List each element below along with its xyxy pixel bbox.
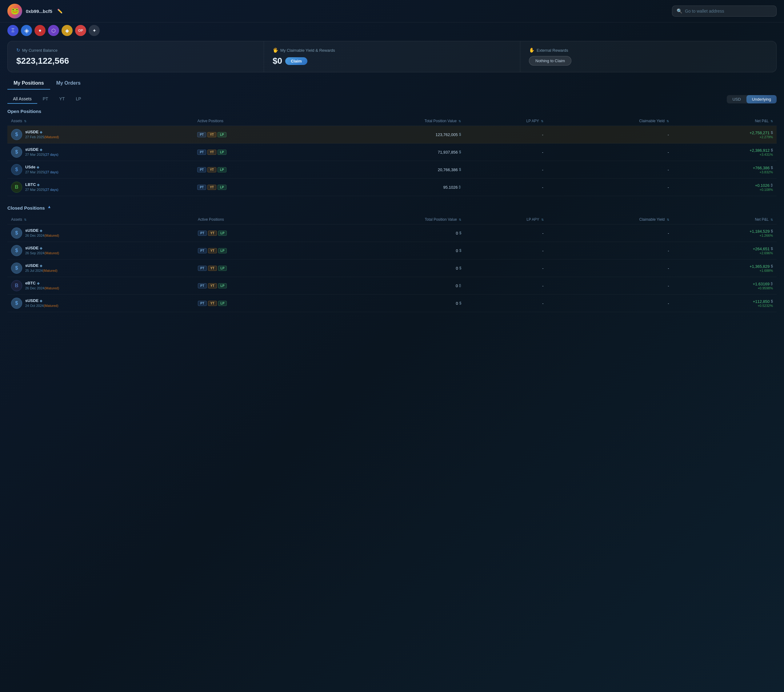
closed-date-tag-1: (Matured) bbox=[44, 251, 59, 255]
tag-yt[interactable]: YT bbox=[208, 150, 216, 155]
tag-yt[interactable]: YT bbox=[208, 185, 216, 190]
tag-pt[interactable]: PT bbox=[197, 167, 206, 172]
chain-icon-arb[interactable]: ◈ bbox=[21, 25, 32, 36]
open-pnl-val-2: +766,386 bbox=[753, 166, 770, 170]
header: 🐸 0xb99...bcf5 ✏️ 🔍 bbox=[0, 0, 784, 23]
closed-asset-date-3: 26 Dec 2024(Matured) bbox=[25, 286, 59, 291]
tab-lp[interactable]: LP bbox=[70, 94, 86, 104]
table-row[interactable]: $ sUSDE ◆ 27 Feb 2025(Matured) PTYTLP 12… bbox=[7, 126, 777, 144]
open-lp-apy-3: - bbox=[464, 178, 547, 196]
closed-pnl-icon-1: $ bbox=[771, 246, 773, 251]
tag-lp[interactable]: LP bbox=[217, 132, 226, 137]
chain-icon-bsc[interactable]: ◆ bbox=[61, 25, 72, 36]
tag-pt[interactable]: PT bbox=[198, 301, 207, 306]
table-row[interactable]: $ sUSDE ◆ 27 Mar 2025(27 days) PTYTLP 71… bbox=[7, 144, 777, 161]
closed-total-val-4: 0$ bbox=[317, 295, 465, 312]
external-label: ✋ External Rewards bbox=[529, 48, 768, 53]
chain-icon-op[interactable]: OP bbox=[75, 25, 86, 36]
tag-pt[interactable]: PT bbox=[197, 150, 206, 155]
sort-pnl-icon[interactable]: ⇅ bbox=[771, 119, 773, 123]
view-underlying-button[interactable]: Underlying bbox=[746, 95, 777, 103]
tag-yt[interactable]: YT bbox=[208, 266, 217, 271]
view-usd-button[interactable]: USD bbox=[727, 95, 746, 103]
chain-icon-starburst[interactable]: ✦ bbox=[89, 25, 100, 36]
closed-positions-header[interactable]: Closed Positions ▲ bbox=[7, 198, 777, 215]
table-row[interactable]: $ sUSDE ◆ 26 Dec 2024(Matured) PTYTLP 0$… bbox=[7, 225, 777, 242]
tag-yt[interactable]: YT bbox=[208, 132, 216, 137]
closed-toggle-icon[interactable]: ▲ bbox=[48, 205, 51, 209]
chain-icon-poly[interactable]: ⬡ bbox=[48, 25, 59, 36]
tag-lp[interactable]: LP bbox=[217, 185, 226, 190]
open-val-1: 71,937,856 bbox=[438, 150, 458, 155]
search-input[interactable] bbox=[685, 8, 772, 13]
open-pos-tags-1: PTYTLP bbox=[194, 144, 316, 161]
closed-asset-0: $ sUSDE ◆ 26 Dec 2024(Matured) bbox=[7, 225, 194, 242]
table-row[interactable]: $ sUSDE ◆ 25 Jul 2024(Matured) PTYTLP 0$… bbox=[7, 259, 777, 277]
closed-val-icon-4: $ bbox=[460, 301, 461, 306]
tag-pt[interactable]: PT bbox=[198, 231, 207, 236]
closed-sort-val-icon[interactable]: ⇅ bbox=[459, 218, 461, 221]
closed-val-icon-1: $ bbox=[460, 248, 461, 253]
closed-sort-apy-icon[interactable]: ⇅ bbox=[541, 218, 544, 221]
closed-sort-pnl-icon[interactable]: ⇅ bbox=[771, 218, 773, 221]
table-row[interactable]: $ sUSDE ◆ 26 Sep 2024(Matured) PTYTLP 0$… bbox=[7, 242, 777, 259]
header-left: 🐸 0xb99...bcf5 ✏️ bbox=[7, 4, 63, 18]
closed-asset-info-3: eBTC ◆ 26 Dec 2024(Matured) bbox=[25, 281, 59, 291]
tab-all-assets[interactable]: All Assets bbox=[7, 94, 37, 104]
tag-pt[interactable]: PT bbox=[198, 283, 207, 289]
closed-asset-name-3: eBTC ◆ bbox=[25, 281, 59, 286]
open-positions-table: Assets ⇅ Active Positions Total Position… bbox=[7, 116, 777, 196]
tag-lp[interactable]: LP bbox=[217, 150, 226, 155]
closed-sort-assets-icon[interactable]: ⇅ bbox=[24, 218, 26, 221]
tag-yt[interactable]: YT bbox=[208, 248, 217, 253]
table-row[interactable]: B LBTC ◆ 27 Mar 2025(27 days) PTYTLP 95.… bbox=[7, 178, 777, 196]
tag-lp[interactable]: LP bbox=[218, 301, 227, 306]
table-row[interactable]: $ USde ◆ 27 Mar 2025(27 days) PTYTLP 20,… bbox=[7, 161, 777, 178]
closed-sort-yield-icon[interactable]: ⇅ bbox=[667, 218, 669, 221]
tag-lp[interactable]: LP bbox=[218, 248, 227, 253]
wallet-address[interactable]: 0xb99...bcf5 bbox=[26, 8, 52, 14]
tag-pt[interactable]: PT bbox=[198, 266, 207, 271]
closed-positions-table: Assets ⇅ Active Positions Total Position… bbox=[7, 215, 777, 312]
table-row[interactable]: B eBTC ◆ 26 Dec 2024(Matured) PTYTLP 0₿ … bbox=[7, 277, 777, 295]
open-val-icon-0: $ bbox=[459, 132, 461, 137]
open-total-val-0: 123,762,005$ bbox=[316, 126, 465, 144]
tag-lp[interactable]: LP bbox=[218, 231, 227, 236]
open-asset-2: $ USde ◆ 27 Mar 2025(27 days) bbox=[7, 161, 194, 178]
tag-lp[interactable]: LP bbox=[217, 167, 226, 172]
tag-yt[interactable]: YT bbox=[208, 167, 216, 172]
table-row[interactable]: $ sUSDE ◆ 24 Oct 2024(Matured) PTYTLP 0$… bbox=[7, 295, 777, 312]
tab-my-positions[interactable]: My Positions bbox=[7, 77, 50, 89]
balance-value: $223,122,566 bbox=[16, 56, 255, 66]
open-total-val-2: 20,766,386$ bbox=[316, 161, 465, 178]
tag-yt[interactable]: YT bbox=[208, 301, 217, 306]
closed-pnl-icon-3: ₿ bbox=[771, 282, 773, 286]
edit-icon[interactable]: ✏️ bbox=[57, 8, 63, 13]
sort-val-icon[interactable]: ⇅ bbox=[458, 119, 461, 123]
sort-apy-icon[interactable]: ⇅ bbox=[541, 119, 544, 123]
tag-yt[interactable]: YT bbox=[208, 231, 217, 236]
closed-asset-icon-1: $ bbox=[11, 245, 22, 256]
tag-lp[interactable]: LP bbox=[218, 283, 227, 289]
tab-yt[interactable]: YT bbox=[54, 94, 71, 104]
closed-pnl-icon-4: $ bbox=[771, 299, 773, 304]
tag-yt[interactable]: YT bbox=[208, 283, 217, 289]
closed-chain-icon-2: ◆ bbox=[40, 264, 42, 268]
open-pos-tags-0: PTYTLP bbox=[194, 126, 316, 144]
tab-my-orders[interactable]: My Orders bbox=[50, 77, 87, 89]
search-bar[interactable]: 🔍 bbox=[672, 5, 777, 17]
chain-icon-eth[interactable]: Ξ bbox=[7, 25, 18, 36]
tag-pt[interactable]: PT bbox=[198, 248, 207, 253]
claim-button[interactable]: Claim bbox=[285, 57, 307, 65]
closed-val-icon-2: $ bbox=[460, 266, 461, 270]
tab-pt[interactable]: PT bbox=[37, 94, 54, 104]
nothing-to-claim-button[interactable]: Nothing to Claim bbox=[529, 56, 572, 66]
tag-pt[interactable]: PT bbox=[197, 132, 206, 137]
closed-val-3: 0 bbox=[456, 284, 458, 288]
tag-pt[interactable]: PT bbox=[197, 185, 206, 190]
tag-lp[interactable]: LP bbox=[218, 266, 227, 271]
sort-yield-icon[interactable]: ⇅ bbox=[667, 119, 669, 123]
sort-assets-icon[interactable]: ⇅ bbox=[24, 119, 26, 123]
avatar[interactable]: 🐸 bbox=[7, 4, 22, 18]
chain-icon-circle[interactable]: ● bbox=[35, 25, 46, 36]
